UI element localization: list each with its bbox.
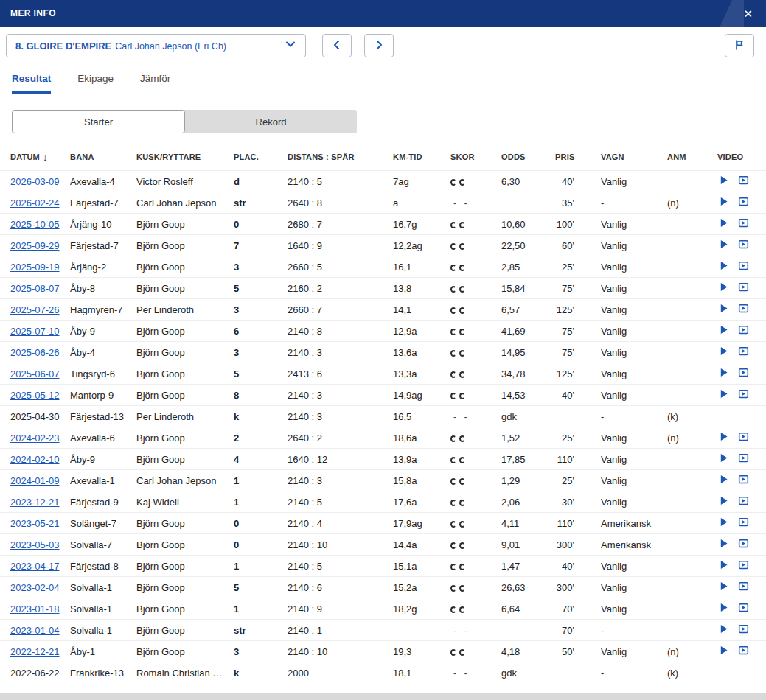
date-link[interactable]: 2025-09-19	[10, 262, 60, 273]
tab-ekipage[interactable]: Ekipage	[77, 73, 114, 94]
chevron-left-icon	[332, 40, 342, 52]
prev-horse-button[interactable]	[322, 34, 352, 57]
play-video-button[interactable]	[717, 346, 729, 358]
date-link[interactable]: 2026-03-09	[10, 176, 60, 187]
date-link[interactable]: 2025-07-10	[10, 326, 60, 337]
date-link[interactable]: 2023-12-21	[10, 497, 60, 508]
video-archive-button[interactable]	[737, 197, 749, 209]
play-video-button[interactable]	[717, 475, 729, 486]
play-video-button[interactable]	[717, 624, 729, 636]
video-archive-button[interactable]	[737, 304, 749, 315]
play-video-button[interactable]	[717, 218, 729, 230]
play-video-button[interactable]	[717, 325, 729, 337]
video-archive-button[interactable]	[737, 175, 749, 187]
play-video-button[interactable]	[717, 389, 729, 401]
next-horse-button[interactable]	[364, 34, 394, 57]
video-archive-button[interactable]	[737, 475, 749, 486]
play-video-button[interactable]	[717, 453, 729, 465]
video-archive-button[interactable]	[737, 239, 749, 251]
segment-starter[interactable]: Starter	[12, 110, 185, 133]
date-link[interactable]: 2025-08-07	[10, 283, 60, 294]
horse-selector[interactable]: 8. GLOIRE D'EMPIRECarl Johan Jepson (Eri…	[6, 34, 306, 57]
column-header-pris: PRIS	[555, 153, 601, 161]
play-video-button[interactable]	[717, 560, 729, 572]
date-link[interactable]: 2023-05-21	[10, 518, 60, 529]
date-link[interactable]: 2025-07-26	[10, 304, 60, 315]
video-archive-button[interactable]	[737, 624, 749, 636]
video-archive-button[interactable]	[737, 325, 749, 337]
video-archive-button[interactable]	[737, 261, 749, 273]
date-link[interactable]: 2023-01-04	[10, 625, 60, 636]
video-archive-button[interactable]	[737, 346, 749, 358]
video-archive-button[interactable]	[737, 581, 749, 593]
video-archive-button[interactable]	[737, 496, 749, 508]
date-link[interactable]: 2025-06-07	[10, 368, 60, 379]
table-row: 2024-01-09 Axevalla-1 Carl Johan Jepson …	[0, 469, 766, 491]
play-video-button[interactable]	[717, 368, 729, 379]
video-archive-button[interactable]	[737, 539, 749, 550]
video-archive-icon	[738, 388, 749, 402]
date-link[interactable]: 2024-01-09	[10, 475, 60, 486]
horseshoe-icon	[459, 585, 465, 592]
skor-cell	[450, 433, 501, 444]
play-video-button[interactable]	[717, 496, 729, 508]
video-archive-button[interactable]	[737, 432, 749, 444]
distans-cell: 1640 : 12	[288, 454, 393, 465]
video-archive-button[interactable]	[737, 368, 749, 379]
date-link[interactable]: 2024-02-10	[10, 454, 60, 465]
play-video-button[interactable]	[717, 432, 729, 444]
skor-cell	[450, 539, 501, 550]
play-video-button[interactable]	[717, 282, 729, 294]
tab-bar: Resultat Ekipage Jämför	[0, 63, 766, 94]
pris-cell: 25'	[555, 433, 601, 444]
video-archive-icon	[738, 495, 749, 508]
play-video-button[interactable]	[717, 517, 729, 529]
date-link[interactable]: 2025-10-05	[10, 219, 60, 230]
video-archive-button[interactable]	[737, 645, 749, 657]
video-archive-button[interactable]	[737, 603, 749, 615]
date-link[interactable]: 2023-02-04	[10, 582, 60, 593]
plac-cell: 0	[234, 518, 288, 529]
video-archive-button[interactable]	[737, 282, 749, 294]
skor-cell	[450, 304, 501, 315]
date-link[interactable]: 2024-02-23	[10, 433, 60, 444]
video-archive-button[interactable]	[737, 389, 749, 401]
play-icon	[719, 325, 728, 337]
play-video-button[interactable]	[717, 261, 729, 273]
play-video-button[interactable]	[717, 304, 729, 315]
play-video-button[interactable]	[717, 603, 729, 615]
video-archive-button[interactable]	[737, 218, 749, 230]
play-video-button[interactable]	[717, 539, 729, 550]
bana-cell: Åby-9	[70, 326, 136, 337]
column-header-datum[interactable]: DATUM ↓	[10, 152, 70, 163]
sort-desc-icon: ↓	[43, 152, 48, 163]
date-link[interactable]: 2026-02-24	[10, 197, 60, 209]
tab-resultat[interactable]: Resultat	[12, 73, 51, 94]
tab-jamfor[interactable]: Jämför	[140, 73, 170, 94]
date-link[interactable]: 2025-06-26	[10, 347, 60, 358]
video-archive-button[interactable]	[737, 453, 749, 465]
play-video-button[interactable]	[717, 175, 729, 187]
date-link[interactable]: 2025-09-29	[10, 240, 60, 251]
skor-cell	[450, 219, 501, 230]
video-archive-button[interactable]	[737, 560, 749, 572]
date-link[interactable]: 2023-01-18	[10, 603, 60, 615]
play-video-button[interactable]	[717, 645, 729, 657]
play-video-button[interactable]	[717, 197, 729, 209]
column-header-vagn: VAGN	[601, 153, 667, 161]
table-row: 2025-04-30 Färjestad-13 Per Linderoth k …	[0, 405, 766, 427]
horizontal-scrollbar[interactable]	[0, 693, 766, 700]
date-link[interactable]: 2025-05-12	[10, 390, 60, 401]
date-link[interactable]: 2022-12-21	[10, 646, 60, 657]
date-link[interactable]: 2023-05-03	[10, 539, 60, 550]
odds-cell: 1,47	[501, 561, 555, 572]
pris-cell: 75'	[555, 326, 601, 337]
date-link[interactable]: 2023-04-17	[10, 561, 60, 572]
video-archive-button[interactable]	[737, 517, 749, 529]
flag-button[interactable]	[725, 34, 754, 57]
play-video-button[interactable]	[717, 239, 729, 251]
play-video-button[interactable]	[717, 581, 729, 593]
bana-cell: Axevalla-6	[70, 433, 136, 444]
close-icon[interactable]: ✕	[740, 5, 756, 22]
segment-rekord[interactable]: Rekord	[185, 110, 357, 133]
